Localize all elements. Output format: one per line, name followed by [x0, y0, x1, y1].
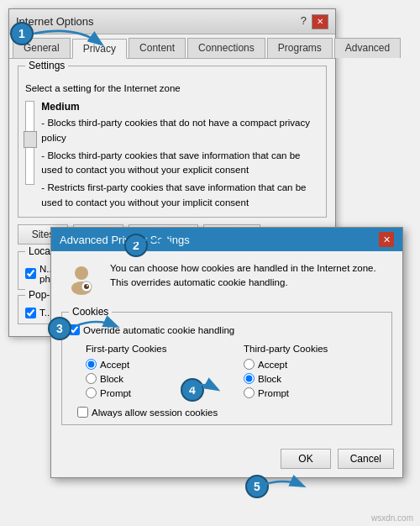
title-bar: Internet Options ? ✕ [9, 9, 335, 34]
third-party-block-radio[interactable] [244, 373, 255, 384]
session-label: Always allow session cookies [92, 408, 218, 418]
third-party-prompt-label: Prompt [258, 388, 289, 398]
tab-privacy[interactable]: Privacy [72, 39, 127, 59]
third-party-title: Third-party Cookies [244, 344, 385, 354]
privacy-slider[interactable] [25, 101, 34, 185]
annotation-circle-1: 1 [10, 22, 34, 45]
dialog-content: You can choose how cookies are handled i… [51, 251, 402, 444]
privacy-bullet-3: - Restricts first-party cookies that sav… [41, 181, 319, 210]
svg-point-4 [87, 285, 88, 287]
cookie-icon-svg [63, 263, 100, 300]
annotation-circle-3: 3 [48, 317, 71, 340]
third-party-accept-row: Accept [244, 359, 385, 370]
help-button[interactable]: ? [301, 14, 307, 29]
first-party-accept-row: Accept [86, 359, 227, 370]
override-checkbox-row: Override automatic cookie handling [69, 324, 385, 335]
first-party-block-radio[interactable] [86, 373, 97, 384]
title-bar-buttons: ? ✕ [301, 14, 328, 29]
advanced-dialog: Advanced Privacy Settings ✕ You can choo… [50, 227, 403, 478]
third-party-accept-radio[interactable] [244, 359, 255, 370]
privacy-level-label: Medium [41, 101, 319, 113]
privacy-bullet-1: - Blocks third-party cookies that do not… [41, 116, 319, 145]
tab-programs[interactable]: Programs [267, 38, 333, 58]
annotation-circle-5: 5 [245, 475, 269, 498]
first-party-title: First-party Cookies [86, 344, 227, 354]
first-party-block-row: Block [86, 373, 227, 384]
override-label: Override automatic cookie handling [83, 325, 234, 335]
level-description: Medium - Blocks third-party cookies that… [41, 101, 319, 210]
svg-point-3 [84, 284, 89, 289]
first-party-column: First-party Cookies Accept Block Prompt [86, 344, 227, 402]
dialog-description: You can choose how cookies are handled i… [110, 261, 392, 302]
slider-area: Medium - Blocks third-party cookies that… [25, 101, 319, 210]
dialog-close-button[interactable]: ✕ [379, 232, 394, 247]
cookies-section: Cookies Override automatic cookie handli… [61, 312, 392, 425]
first-party-accept-label: Accept [100, 360, 129, 370]
dialog-title-bar: Advanced Privacy Settings ✕ [51, 228, 402, 251]
third-party-prompt-radio[interactable] [244, 387, 255, 398]
cookie-icon [61, 261, 102, 302]
first-party-block-label: Block [100, 374, 123, 384]
third-party-accept-label: Accept [258, 360, 287, 370]
tab-content[interactable]: Content [129, 38, 186, 58]
privacy-bullet-2: - Blocks third-party cookies that save i… [41, 149, 319, 178]
close-button[interactable]: ✕ [312, 14, 328, 29]
third-party-block-label: Block [258, 374, 281, 384]
annotation-circle-2: 2 [124, 234, 148, 257]
third-party-column: Third-party Cookies Accept Block Prompt [244, 344, 385, 402]
first-party-prompt-label: Prompt [100, 388, 131, 398]
popup-checkbox[interactable] [25, 308, 36, 318]
location-checkbox[interactable] [25, 268, 36, 279]
svg-point-0 [75, 266, 88, 280]
first-party-prompt-row: Prompt [86, 387, 227, 398]
settings-label: Settings [25, 60, 68, 71]
slider-thumb [24, 131, 37, 148]
session-row: Always allow session cookies [69, 407, 385, 418]
tabs-container: General Privacy Content Connections Prog… [9, 34, 335, 59]
settings-section: Settings Select a setting for the Intern… [18, 66, 327, 218]
first-party-prompt-radio[interactable] [86, 387, 97, 398]
third-party-block-row: Block [244, 373, 385, 384]
annotation-circle-4: 4 [181, 378, 204, 402]
cookie-columns: First-party Cookies Accept Block Prompt [69, 344, 385, 402]
third-party-prompt-row: Prompt [244, 387, 385, 398]
watermark: wsxdn.com [371, 513, 413, 523]
tab-connections[interactable]: Connections [187, 38, 265, 58]
session-checkbox[interactable] [77, 407, 88, 418]
cancel-button[interactable]: Cancel [338, 449, 394, 469]
cookies-label: Cookies [69, 306, 112, 318]
settings-description: Select a setting for the Internet zone [25, 82, 319, 96]
ok-button[interactable]: OK [281, 449, 330, 469]
tab-advanced[interactable]: Advanced [334, 38, 401, 58]
dialog-header-row: You can choose how cookies are handled i… [61, 261, 392, 302]
first-party-accept-radio[interactable] [86, 359, 97, 370]
dialog-buttons: OK Cancel [51, 444, 402, 477]
